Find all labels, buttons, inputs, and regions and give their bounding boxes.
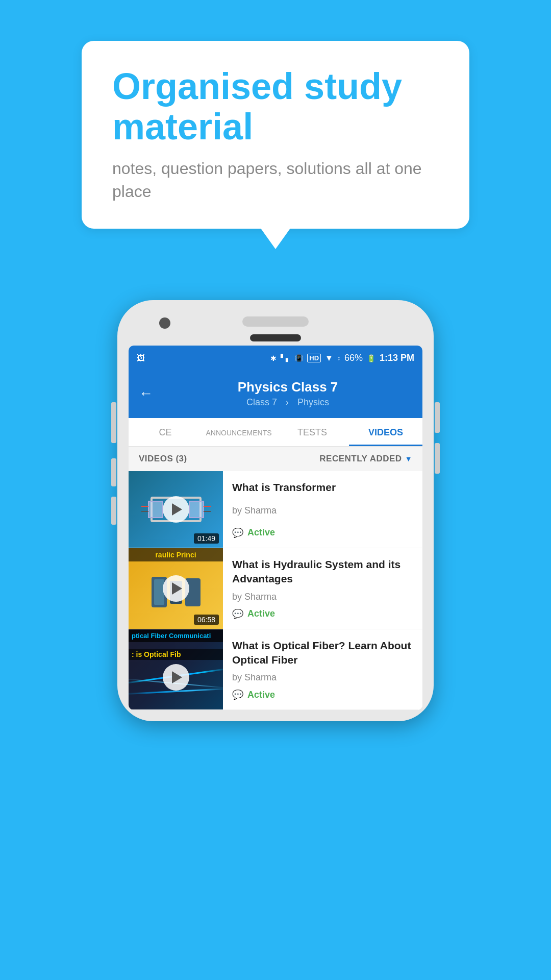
chat-icon-1: 💬 [232, 527, 243, 538]
phone-screen: 🖼 ✱ ▘▖ 📳 HD ▼ ↕ 66% 🔋 1:13 PM [129, 346, 422, 710]
video-info-2: What is Hydraulic System and its Advanta… [223, 548, 422, 629]
play-triangle-icon-2 [172, 582, 182, 595]
play-button-2[interactable] [163, 575, 189, 602]
page-background: Organised study material notes, question… [0, 0, 551, 980]
time-display: 1:13 PM [380, 353, 414, 363]
header-breadcrumb: Class 7 › Physics [163, 397, 412, 408]
play-button-1[interactable] [163, 496, 189, 523]
status-label-3: Active [247, 690, 275, 700]
app-header: ← Physics Class 7 Class 7 › Physics [129, 371, 422, 418]
tabs-bar: CE ANNOUNCEMENTS TESTS VIDEOS [129, 418, 422, 447]
video-title-1: What is Transformer [232, 480, 414, 495]
video-play-overlay-3 [129, 629, 223, 710]
status-left: 🖼 [137, 354, 145, 363]
battery-percent: 66% [344, 353, 363, 363]
hd-badge: HD [307, 354, 321, 362]
chat-icon-2: 💬 [232, 608, 243, 620]
video-item-3[interactable]: ptical Fiber Communicati : is Optical Fi… [129, 629, 422, 710]
video-status-3: 💬 Active [232, 689, 414, 700]
sort-label: RECENTLY ADDED [319, 454, 402, 464]
video-status-2: 💬 Active [232, 608, 414, 620]
battery-icon: 🔋 [367, 354, 375, 362]
status-label-2: Active [247, 608, 275, 619]
signal-bars-icon: ▘▖ [281, 354, 291, 362]
video-status-1: 💬 Active [232, 527, 414, 538]
video-list: 01:49 What is Transformer by Sharma 💬 Ac… [129, 471, 422, 710]
status-bar: 🖼 ✱ ▘▖ 📳 HD ▼ ↕ 66% 🔋 1:13 PM [129, 346, 422, 371]
video-title-2: What is Hydraulic System and its Advanta… [232, 557, 414, 586]
bubble-subtitle: notes, question papers, solutions all at… [112, 157, 439, 203]
video-author-1: by Sharma [232, 505, 414, 516]
phone-top-bar [129, 311, 422, 329]
vol-mid-button [111, 458, 116, 486]
breadcrumb-class: Class 7 [246, 397, 277, 407]
play-triangle-icon [172, 503, 182, 516]
status-label-1: Active [247, 527, 275, 538]
top-section: Organised study material notes, question… [0, 0, 551, 259]
play-button-3[interactable] [163, 664, 189, 691]
filter-bar: VIDEOS (3) RECENTLY ADDED ▼ [129, 447, 422, 471]
bluetooth-icon: ✱ [270, 354, 277, 362]
video-info-1: What is Transformer by Sharma 💬 Active [223, 471, 422, 548]
vibrate-icon: 📳 [295, 354, 303, 362]
video-thumbnail-2: raulic Princi [129, 548, 223, 629]
tab-tests[interactable]: TESTS [276, 418, 349, 446]
status-right: ✱ ▘▖ 📳 HD ▼ ↕ 66% 🔋 1:13 PM [270, 353, 414, 363]
front-camera [159, 317, 170, 329]
bubble-title: Organised study material [112, 66, 439, 147]
volume-down-button [435, 443, 440, 474]
photo-icon: 🖼 [137, 354, 145, 363]
vol-low-button [111, 497, 116, 525]
tab-ce[interactable]: CE [129, 418, 202, 446]
video-author-3: by Sharma [232, 672, 414, 683]
header-title-block: Physics Class 7 Class 7 › Physics [163, 379, 412, 408]
speech-bubble: Organised study material notes, question… [82, 41, 469, 229]
play-triangle-icon-3 [172, 671, 182, 683]
sort-filter[interactable]: RECENTLY ADDED ▼ [319, 454, 412, 464]
video-title-3: What is Optical Fiber? Learn About Optic… [232, 639, 414, 668]
video-item-2[interactable]: raulic Princi [129, 548, 422, 629]
video-duration-1: 01:49 [194, 533, 219, 544]
data-icon: ↕ [337, 355, 340, 362]
videos-count: VIDEOS (3) [139, 454, 187, 464]
phone-outer-shell: 🖼 ✱ ▘▖ 📳 HD ▼ ↕ 66% 🔋 1:13 PM [117, 300, 434, 721]
breadcrumb-sep: › [286, 397, 289, 407]
power-button [435, 402, 440, 433]
video-duration-2: 06:58 [194, 615, 219, 625]
video-thumbnail-1: 01:49 [129, 471, 223, 548]
phone-speaker [242, 316, 309, 327]
header-main-title: Physics Class 7 [163, 379, 412, 395]
tab-videos[interactable]: VIDEOS [349, 418, 422, 446]
video-author-2: by Sharma [232, 592, 414, 602]
back-button[interactable]: ← [139, 385, 153, 402]
video-item[interactable]: 01:49 What is Transformer by Sharma 💬 Ac… [129, 471, 422, 548]
wifi-icon: ▼ [325, 354, 333, 363]
video-thumbnail-3: ptical Fiber Communicati : is Optical Fi… [129, 629, 223, 710]
volume-up-button [111, 402, 116, 443]
home-indicator [250, 334, 301, 341]
chat-icon-3: 💬 [232, 689, 243, 700]
chevron-down-icon: ▼ [405, 455, 412, 463]
video-info-3: What is Optical Fiber? Learn About Optic… [223, 629, 422, 710]
breadcrumb-subject: Physics [297, 397, 329, 407]
phone-mockup: 🖼 ✱ ▘▖ 📳 HD ▼ ↕ 66% 🔋 1:13 PM [0, 300, 551, 721]
tab-announcements[interactable]: ANNOUNCEMENTS [202, 418, 276, 446]
